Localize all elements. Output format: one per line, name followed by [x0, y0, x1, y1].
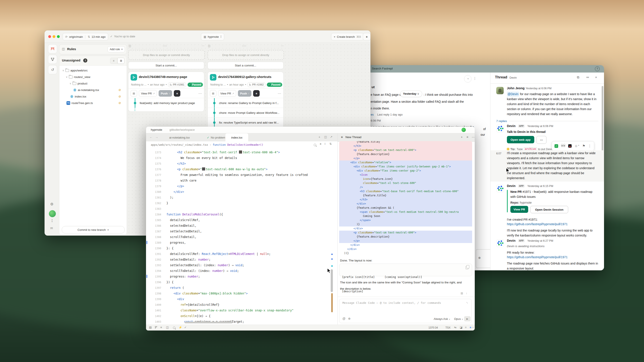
zoom-traffic-light[interactable]: [57, 35, 60, 38]
pane-divider[interactable]: [338, 133, 338, 325]
assistant-input[interactable]: Message Claude Code — @ to include conte…: [339, 299, 472, 323]
create-branch-button[interactable]: + Create branch ⌘B: [331, 33, 364, 40]
branches-view-icon[interactable]: [48, 55, 57, 64]
expand-input-icon[interactable]: ↔: [466, 300, 470, 305]
more-options-button[interactable]: ⋯: [536, 136, 546, 144]
drag-handle-icon[interactable]: ∷∷: [242, 44, 246, 47]
custom-emoji-icon[interactable]: [568, 144, 572, 148]
commit-icon-button[interactable]: ⊞: [210, 90, 216, 97]
list-view-toggle[interactable]: ≡: [110, 58, 117, 64]
markdown-file-icon[interactable]: ▤: [460, 292, 463, 295]
devin-logo-avatar[interactable]: [496, 239, 504, 247]
branch-name[interactable]: devin/1764380912-gallery-shortcuts: [218, 75, 272, 79]
message-author[interactable]: John Jeong: [507, 86, 524, 90]
view-pr-button[interactable]: View PR↗: [139, 90, 157, 97]
more-actions-icon[interactable]: ⋮: [588, 144, 592, 148]
feedback-mail-icon[interactable]: ✉: [50, 226, 53, 230]
lane-menu-icon[interactable]: ⋯: [202, 44, 204, 47]
commit-row[interactable]: chore: move Prompt Gallery above Workflo…: [208, 108, 283, 117]
new-tab-icon[interactable]: +: [318, 135, 320, 139]
tree-file-ai-notetaking[interactable]: ai-notetaking.tsx ⊘: [73, 87, 124, 93]
nav-back-icon[interactable]: ←: [150, 135, 152, 139]
add-reaction-icon[interactable]: ☺⁺: [574, 144, 580, 148]
reaction-toolbar[interactable]: ✓ ☺⁺ ⚑ ⋮: [552, 141, 594, 151]
lane-menu-icon[interactable]: ⋯: [281, 44, 284, 47]
code-editor[interactable]: 1373 <h2 className="text-3xl font-serif …: [146, 148, 338, 326]
permission-mode-select[interactable]: Always Ask ∨: [434, 317, 450, 321]
breadcrumb[interactable]: apps/web/src/routes/_view/index.tsx › fu…: [146, 141, 338, 148]
message-author[interactable]: Devin: [507, 239, 516, 242]
push-button[interactable]: Push↑: [238, 90, 252, 97]
expand-icon[interactable]: ↗: [330, 135, 332, 139]
mention-context-icon[interactable]: @: [342, 317, 346, 320]
notification-bell-icon[interactable]: ◔: [472, 326, 474, 329]
commit-row[interactable]: chore: rename Gallery to Prompt Gallery …: [208, 98, 283, 108]
ci-passed-badge[interactable]: ✓Passed: [267, 82, 282, 87]
search-icon[interactable]: [314, 144, 316, 146]
user-avatar[interactable]: [49, 210, 56, 217]
send-button[interactable]: ▶: [464, 316, 470, 321]
avatar[interactable]: [496, 87, 504, 94]
commit-to-new-branch-button[interactable]: Commit to new branch+: [62, 226, 125, 233]
open-window-icon[interactable]: ⧉: [577, 75, 579, 79]
push-button[interactable]: Push↑: [158, 90, 172, 97]
plus-circle-icon[interactable]: ⊕: [478, 256, 481, 260]
breadcrumb-path[interactable]: apps/web/src/routes/_view/index.tsx: [151, 143, 208, 146]
collapse-lane-icon[interactable]: ◫: [129, 44, 131, 47]
ai-actions-button[interactable]: ∗: [363, 33, 370, 40]
project-switcher[interactable]: ▦ hyprnote ∧∨: [201, 33, 224, 40]
slack-search-text[interactable]: Search Fastrepl: [372, 67, 392, 70]
settings-gear-icon[interactable]: ⚙: [50, 202, 54, 207]
outline-icon[interactable]: ≡: [160, 326, 162, 329]
card-menu-icon[interactable]: ⋯: [278, 91, 281, 95]
cursor-icon[interactable]: I: [324, 142, 326, 145]
collapse-lane-icon[interactable]: ◫: [208, 44, 210, 47]
mention-chip[interactable]: @Devin: [507, 92, 519, 97]
replies-count[interactable]: 7 replies: [496, 119, 507, 123]
tree-folder-product[interactable]: ∨ product: [70, 80, 87, 87]
help-icon[interactable]: ?: [595, 66, 600, 71]
bell-icon[interactable]: ◔: [464, 75, 472, 82]
drop-files-zone[interactable]: Drop files to assign or commit directly: [128, 50, 205, 60]
message-author[interactable]: Devin: [507, 184, 516, 188]
sort-icon[interactable]: ⇅: [330, 142, 332, 145]
close-icon[interactable]: ×: [595, 75, 597, 79]
drag-handle-icon[interactable]: ∷∷: [163, 44, 167, 47]
add-rule-button[interactable]: Add rule+: [108, 46, 125, 52]
commit-icon-button[interactable]: ⊞: [130, 90, 137, 97]
breadcrumb-symbol[interactable]: DetailsSectionHeader(): [227, 143, 263, 146]
view-pr-button[interactable]: View PR: [510, 206, 528, 213]
tree-file-routetree[interactable]: TS routeTree.gen.ts ⊘: [66, 100, 124, 106]
ci-passed-badge[interactable]: ✓Passed: [188, 82, 203, 87]
devin-logo-avatar[interactable]: [496, 185, 504, 192]
bookmark-icon[interactable]: ⚑: [582, 144, 585, 148]
search-status-icon[interactable]: [173, 327, 175, 329]
replies-divider[interactable]: 7 replies: [496, 119, 598, 123]
regex-icon[interactable]: ∗: [320, 142, 322, 145]
replies-fragment[interactable]: es: [371, 113, 374, 116]
view-pr-button[interactable]: View PR↗: [218, 90, 236, 97]
start-commit-button[interactable]: Start a commit...: [128, 62, 204, 69]
checklist-icon[interactable]: ≔: [586, 75, 589, 79]
open-devin-session-button[interactable]: Open Devin Session: [530, 206, 568, 213]
tab-index-tsx[interactable]: index.tsx: [225, 133, 248, 142]
fold-icon[interactable]: ⇋: [454, 326, 456, 329]
tree-view-toggle[interactable]: ⊞: [118, 58, 124, 64]
start-commit-button[interactable]: Start a commit...: [208, 62, 284, 69]
collab-icon[interactable]: ◫: [166, 326, 168, 329]
nav-forward-icon[interactable]: →: [155, 135, 158, 139]
gitbutler-logo-icon[interactable]: [48, 44, 57, 53]
diagnostics-check-icon[interactable]: ✓: [184, 326, 187, 329]
new-thread-icon[interactable]: +: [461, 135, 462, 139]
base-branch-pill[interactable]: ⟳ origin/main │ ⇅ 13 min ago: [62, 33, 108, 40]
tree-folder-apps-web-src[interactable]: ∨ apps/web/src: [62, 67, 88, 74]
git-branch-icon[interactable]: [155, 326, 157, 329]
project-panel-icon[interactable]: ▤: [149, 326, 152, 329]
open-web-app-button[interactable]: Open web app: [507, 136, 534, 143]
ai-commit-button[interactable]: ∗: [174, 90, 180, 97]
collapse-rail-icon[interactable]: ∧∨: [51, 219, 53, 222]
message-hover-row[interactable]: 6:07 I'll create a responsive roadmap pa…: [490, 150, 604, 182]
minimize-traffic-light[interactable]: [52, 35, 56, 38]
date-divider-pill[interactable]: Yesterday ∨: [400, 90, 422, 97]
tree-folder-routes-view[interactable]: ∨ routes/_view: [66, 74, 90, 80]
